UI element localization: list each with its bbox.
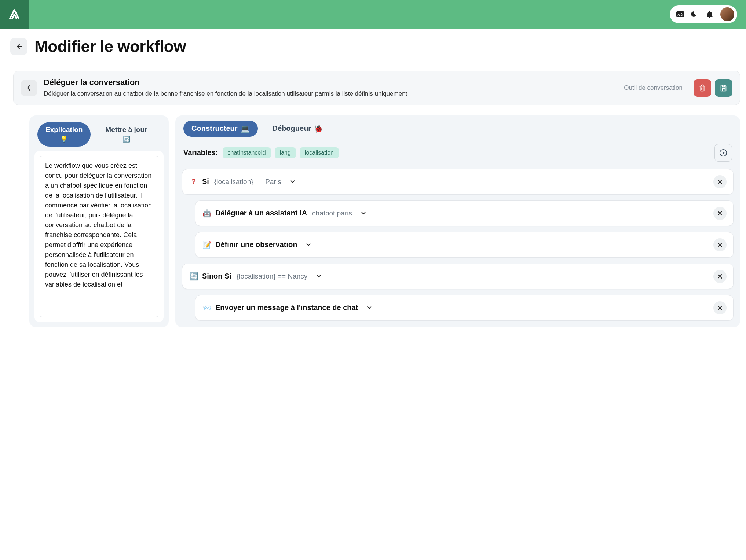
bug-icon: 🐞 bbox=[314, 124, 323, 133]
step-title: Sinon Si bbox=[202, 272, 231, 280]
workflow-type-badge: Outil de conversation bbox=[624, 84, 683, 92]
step-title: Si bbox=[202, 177, 209, 186]
remove-step-button[interactable] bbox=[713, 270, 727, 283]
workflow-actions bbox=[694, 79, 732, 97]
remove-step-button[interactable] bbox=[713, 175, 727, 188]
arrow-left-icon bbox=[15, 43, 22, 50]
right-tabs: Constructeur 💻 Débogueur 🐞 bbox=[182, 121, 734, 137]
run-workflow-button[interactable] bbox=[714, 144, 732, 162]
expand-step-button[interactable] bbox=[289, 178, 296, 185]
step-expression: {localisation} == Paris bbox=[214, 178, 281, 186]
expand-step-button[interactable] bbox=[360, 210, 367, 217]
variables-row: Variables: chatInstanceId lang localisat… bbox=[182, 143, 734, 162]
expand-step-button[interactable] bbox=[315, 273, 322, 280]
step-observation[interactable]: 📝 Définir une observation bbox=[195, 232, 734, 258]
close-icon bbox=[717, 273, 723, 279]
notifications-icon[interactable] bbox=[706, 10, 714, 18]
logo-icon bbox=[7, 7, 22, 22]
tab-explanation[interactable]: Explication 💡 bbox=[37, 122, 91, 147]
step-title: Envoyer un message à l'instance de chat bbox=[215, 303, 358, 312]
tab-label: Débogueur bbox=[273, 124, 311, 133]
remove-step-button[interactable] bbox=[713, 207, 727, 220]
tab-builder[interactable]: Constructeur 💻 bbox=[183, 121, 258, 137]
save-icon bbox=[720, 84, 728, 92]
chevron-down-icon bbox=[315, 273, 322, 280]
workflow-info: Déléguer la conversation Déléguer la con… bbox=[44, 78, 617, 98]
delete-workflow-button[interactable] bbox=[694, 79, 711, 97]
step-expression: {localisation} == Nancy bbox=[237, 272, 307, 280]
remove-step-button[interactable] bbox=[713, 238, 727, 251]
expand-step-button[interactable] bbox=[366, 305, 373, 311]
variable-chip[interactable]: chatInstanceId bbox=[223, 147, 271, 158]
chevron-down-icon bbox=[305, 242, 312, 248]
step-send-message[interactable]: 📨 Envoyer un message à l'instance de cha… bbox=[195, 295, 734, 321]
note-icon: 📝 bbox=[202, 240, 212, 249]
tab-update[interactable]: Mettre à jour 🔄 bbox=[97, 122, 155, 147]
close-icon bbox=[717, 179, 723, 185]
trash-icon bbox=[698, 84, 706, 92]
remove-step-button[interactable] bbox=[713, 301, 727, 314]
app-logo[interactable] bbox=[0, 0, 29, 29]
tab-label: Explication bbox=[45, 126, 83, 134]
tab-label: Mettre à jour bbox=[105, 126, 147, 134]
laptop-icon: 💻 bbox=[241, 124, 250, 133]
expand-step-button[interactable] bbox=[305, 242, 312, 248]
refresh-icon: 🔄 bbox=[122, 135, 130, 143]
tab-label: Constructeur bbox=[191, 124, 238, 133]
close-icon bbox=[717, 305, 723, 311]
left-panel: Explication 💡 Mettre à jour 🔄 Le workflo… bbox=[29, 115, 169, 327]
svg-text:A文: A文 bbox=[677, 13, 683, 16]
explanation-text: Le workflow que vous créez est conçu pou… bbox=[45, 161, 153, 290]
step-expression: chatbot paris bbox=[312, 209, 352, 217]
chevron-down-icon bbox=[366, 305, 373, 311]
topbar: A文 bbox=[0, 0, 746, 29]
workflow-back-button[interactable] bbox=[21, 80, 37, 96]
page-header: Modifier le workflow bbox=[0, 29, 746, 63]
step-delegate[interactable]: 🤖 Déléguer à un assistant IA chatbot par… bbox=[195, 200, 734, 226]
play-icon bbox=[719, 149, 727, 157]
save-workflow-button[interactable] bbox=[715, 79, 732, 97]
topbar-actions: A文 bbox=[670, 5, 737, 23]
variable-chip[interactable]: localisation bbox=[300, 147, 339, 158]
mailbox-icon: 📨 bbox=[202, 303, 212, 312]
lightbulb-icon: 💡 bbox=[60, 135, 68, 143]
left-tabs: Explication 💡 Mettre à jour 🔄 bbox=[34, 121, 164, 151]
arrow-left-icon bbox=[25, 84, 33, 92]
refresh-icon: 🔄 bbox=[189, 272, 198, 281]
chevron-down-icon bbox=[289, 178, 296, 185]
close-icon bbox=[717, 242, 723, 248]
workflow-header-card: Déléguer la conversation Déléguer la con… bbox=[13, 71, 740, 105]
variable-chips: chatInstanceId lang localisation bbox=[223, 147, 710, 158]
explanation-textarea[interactable]: Le workflow que vous créez est conçu pou… bbox=[40, 156, 158, 317]
workflow-title: Déléguer la conversation bbox=[44, 78, 617, 87]
step-else-if[interactable]: 🔄 Sinon Si {localisation} == Nancy bbox=[182, 264, 734, 289]
close-icon bbox=[717, 210, 723, 216]
question-icon: ? bbox=[189, 177, 198, 186]
robot-icon: 🤖 bbox=[202, 209, 212, 218]
back-button[interactable] bbox=[10, 38, 27, 55]
workflow-steps: ? Si {localisation} == Paris 🤖 Déléguer … bbox=[182, 169, 734, 321]
translate-icon[interactable]: A文 bbox=[676, 10, 684, 18]
chevron-down-icon bbox=[360, 210, 367, 217]
step-title: Définir une observation bbox=[215, 240, 297, 249]
step-if[interactable]: ? Si {localisation} == Paris bbox=[182, 169, 734, 195]
tab-debugger[interactable]: Débogueur 🐞 bbox=[264, 121, 332, 137]
right-panel: Constructeur 💻 Débogueur 🐞 Variables: ch… bbox=[175, 115, 740, 327]
explanation-card: Le workflow que vous créez est conçu pou… bbox=[34, 151, 164, 322]
workflow-description: Déléguer la conversation au chatbot de l… bbox=[44, 89, 617, 98]
step-title: Déléguer à un assistant IA bbox=[215, 209, 307, 217]
page-title: Modifier le workflow bbox=[34, 37, 186, 56]
main-columns: Explication 💡 Mettre à jour 🔄 Le workflo… bbox=[0, 105, 746, 327]
variable-chip[interactable]: lang bbox=[275, 147, 296, 158]
dark-mode-icon[interactable] bbox=[691, 10, 699, 18]
user-avatar[interactable] bbox=[720, 7, 734, 21]
variables-label: Variables: bbox=[183, 148, 218, 157]
